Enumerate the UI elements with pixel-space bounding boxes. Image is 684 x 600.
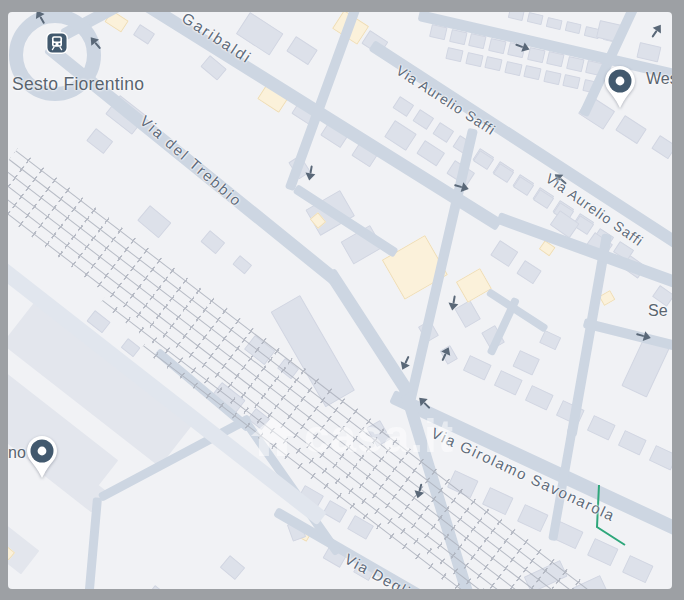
marker-left-label: no [8, 444, 26, 462]
map-canvas[interactable]: Garibaldi Via del Trebbio Via Aurelio Sa… [8, 12, 672, 589]
train-station-icon[interactable] [46, 32, 68, 54]
town-label: Sesto Fiorentino [12, 74, 144, 95]
map-pin-west[interactable] [603, 65, 637, 113]
partial-place-label: Se [648, 302, 668, 320]
map-pin-left[interactable] [25, 435, 59, 483]
marker-west-label: Wes [646, 70, 672, 88]
